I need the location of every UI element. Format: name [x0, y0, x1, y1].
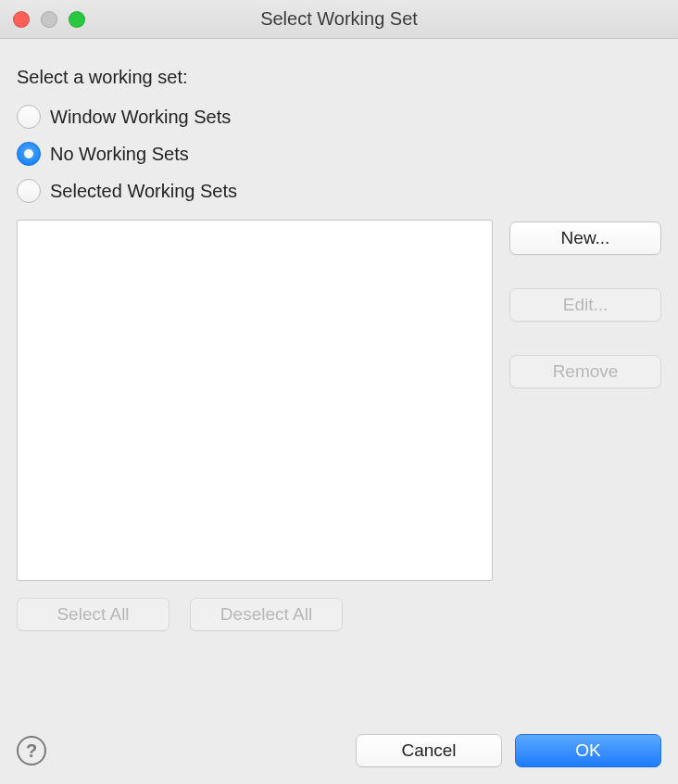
- edit-button[interactable]: Edit...: [509, 288, 661, 322]
- radio-label: Window Working Sets: [50, 107, 231, 128]
- working-sets-listbox[interactable]: [17, 220, 493, 581]
- radio-icon: [17, 179, 41, 203]
- dialog-footer: ? Cancel OK: [17, 734, 661, 767]
- zoom-window-button[interactable]: [69, 11, 85, 28]
- radio-label: No Working Sets: [50, 144, 189, 165]
- close-window-button[interactable]: [13, 11, 30, 28]
- radio-selected-working-sets[interactable]: Selected Working Sets: [17, 179, 661, 203]
- ok-button[interactable]: OK: [515, 734, 661, 767]
- cancel-button[interactable]: Cancel: [356, 734, 502, 767]
- radio-icon: [17, 105, 41, 129]
- window-title: Select Working Set: [0, 8, 678, 30]
- radio-label: Selected Working Sets: [50, 181, 237, 202]
- remove-button[interactable]: Remove: [509, 355, 661, 388]
- deselect-all-button[interactable]: Deselect All: [190, 598, 343, 631]
- dialog-content: Select a working set: Window Working Set…: [0, 39, 678, 631]
- middle-panel: New... Edit... Remove: [17, 220, 661, 581]
- help-icon[interactable]: ?: [17, 736, 46, 765]
- radio-no-working-sets[interactable]: No Working Sets: [17, 142, 661, 166]
- select-buttons-row: Select All Deselect All: [17, 598, 661, 631]
- new-button[interactable]: New...: [509, 221, 661, 255]
- traffic-lights: [13, 11, 85, 28]
- select-all-button[interactable]: Select All: [17, 598, 170, 631]
- radio-window-working-sets[interactable]: Window Working Sets: [17, 105, 661, 129]
- prompt-label: Select a working set:: [17, 67, 661, 88]
- minimize-window-button[interactable]: [41, 11, 57, 28]
- titlebar: Select Working Set: [0, 0, 678, 39]
- radio-icon: [17, 142, 41, 166]
- side-buttons: New... Edit... Remove: [509, 220, 661, 581]
- working-set-radio-group: Window Working Sets No Working Sets Sele…: [17, 105, 661, 203]
